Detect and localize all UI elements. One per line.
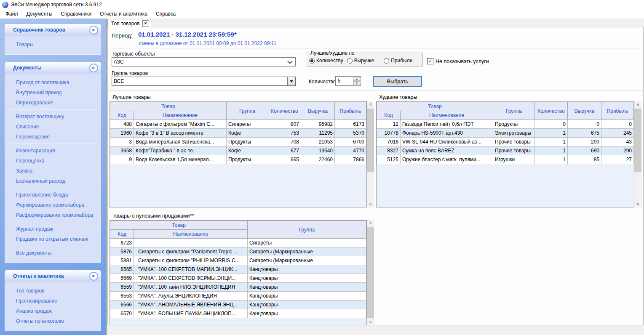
trade-objects-combobox[interactable]: АЗС <box>112 57 296 66</box>
scroll-down-icon[interactable]: ∨ <box>634 201 641 207</box>
dropdown-button[interactable] <box>287 77 295 85</box>
sidebar-item-reports-0-0[interactable]: Топ товаров <box>5 286 101 296</box>
table-row[interactable]: 6559"УМКА". 100 тайн НЛО.ЭНЦИКЛОПЕДИЯКан… <box>110 283 366 292</box>
vertical-scrollbar[interactable]: ∧∨ <box>634 101 641 207</box>
table-row[interactable]: 8327Сумка на пояс BAREZПрочие товары1690… <box>377 146 634 155</box>
sidebar-item-documents-0-1[interactable]: Внутренний приход <box>5 88 101 98</box>
collapse-chevron-icon[interactable]: « <box>89 26 98 35</box>
col-header-qty[interactable]: Количество <box>535 102 568 120</box>
sidebar-panel-header-documents[interactable]: Документы« <box>5 62 101 74</box>
col-header-name[interactable]: Наименование <box>134 111 227 120</box>
col-header-code[interactable]: Код <box>377 111 401 120</box>
scroll-up-icon[interactable]: ∧ <box>634 101 641 108</box>
cell-name: Кофе "3 в 1" В ассортименте <box>134 129 227 138</box>
radio-option-1[interactable]: Выручке <box>347 58 374 64</box>
table-row[interactable]: 10778Фонарь HS-5900T арт.430Электротовар… <box>377 129 634 138</box>
table-row[interactable]: 5876Сигареты с фильтром "Parliament Trop… <box>110 247 366 256</box>
sidebar-item-documents-1-2[interactable]: Перемещение <box>5 132 101 142</box>
col-header-profit[interactable]: Прибыль <box>335 102 366 120</box>
table-row[interactable]: 3Вода минеральная Затишенска...Продукты7… <box>110 138 366 146</box>
sidebar-item-reports-0-2[interactable]: Анализ продаж <box>5 306 101 316</box>
tab-top-products[interactable]: Топ товаров × <box>107 19 151 27</box>
col-header-name[interactable]: Наименование <box>401 111 493 120</box>
sidebar-item-reports-0-3[interactable]: Отчеты по алкоголю <box>5 316 101 326</box>
table-row[interactable]: 6553"УМКА". Акулы.ЭНЦИКЛОПЕДИЯКанцтовары <box>110 292 366 300</box>
sidebar-item-documents-2-3[interactable]: Безналичный расход <box>5 176 101 186</box>
sidebar-item-documents-4-1[interactable]: Продажи по открытым сменам <box>5 234 101 244</box>
col-header-code[interactable]: Код <box>110 111 134 120</box>
scrollbar-thumb[interactable] <box>367 227 374 318</box>
scroll-down-icon[interactable]: ∨ <box>367 201 374 207</box>
quantity-stepper[interactable]: 5 ▲ ▼ <box>335 76 361 86</box>
sidebar-panel-header-reports[interactable]: Отчеты и аналитика« <box>5 270 101 282</box>
table-row[interactable]: 5125Оружие бластер с мягк. пулями...Игру… <box>377 155 634 164</box>
col-header-revenue[interactable]: Выручка <box>568 102 601 120</box>
table-row[interactable]: 3658Кофе"Торабика " в ас-те.Кофе67713540… <box>110 146 366 155</box>
table-row[interactable]: 12Газ.вода Пепси лайт 0,6л ПЭТПродукты00… <box>377 120 634 129</box>
vertical-scrollbar[interactable]: ∧∨ <box>367 101 374 207</box>
table-row[interactable]: 1960Кофе "3 в 1" В ассортиментеКофе75311… <box>110 129 366 138</box>
col-header-profit[interactable]: Прибыль <box>601 102 634 120</box>
sidebar-item-documents-3-1[interactable]: Формирование промонабора <box>5 200 101 210</box>
col-header-product[interactable]: Товар <box>377 102 493 111</box>
menu-item-4[interactable]: Справка <box>152 10 180 18</box>
sidebar-item-documents-5-0[interactable]: Все документы <box>5 248 101 258</box>
sidebar-item-reports-0-1[interactable]: Прогнозирование <box>5 296 101 306</box>
scrollbar-thumb[interactable] <box>367 109 374 172</box>
menu-item-0[interactable]: Файл <box>1 10 22 18</box>
sidebar-item-documents-1-1[interactable]: Списание <box>5 122 101 132</box>
vertical-scrollbar[interactable]: ∧∨ <box>367 220 374 325</box>
menu-item-1[interactable]: Документы <box>22 10 57 18</box>
col-header-group[interactable]: Группа <box>493 102 535 120</box>
scrollbar-thumb[interactable] <box>634 109 641 172</box>
table-row[interactable]: 5881Сигареты с фильтром "PHILIP MORRIS C… <box>110 256 366 265</box>
table-row[interactable]: 6566"УМКА". АНОМАЛЬНЫЕ ЯВЛЕНИЯ.ЭНЦ...Кан… <box>110 300 366 309</box>
table-row[interactable]: 488Сигареты с фильтром "Maxim C...Сигаре… <box>110 120 366 129</box>
col-header-group[interactable]: Группа <box>227 102 268 120</box>
menu-item-3[interactable]: Отчеты и аналитика <box>96 10 152 18</box>
sidebar-panel-header-products-ref[interactable]: Справочник товаров« <box>5 24 101 36</box>
spinner-up-icon[interactable]: ▲ <box>353 77 360 81</box>
close-icon[interactable]: × <box>142 20 149 27</box>
sidebar-item-documents-2-2[interactable]: Заявка <box>5 166 101 176</box>
spinner-down-icon[interactable]: ▼ <box>353 81 360 85</box>
col-header-product[interactable]: Товар <box>110 102 227 111</box>
col-header-group[interactable]: Группа <box>248 221 366 239</box>
col-header-product[interactable]: Товар <box>110 221 248 230</box>
scroll-up-icon[interactable]: ∧ <box>367 220 374 226</box>
sidebar-item-products-ref-0-0[interactable]: Товары <box>5 40 101 50</box>
radio-option-2[interactable]: Прибыли <box>384 58 412 64</box>
radio-button-icon[interactable] <box>309 58 315 64</box>
sidebar-item-documents-1-0[interactable]: Возврат поставщику <box>5 112 101 122</box>
table-row[interactable]: 6569"УМКА". 100 СЕКРЕТОВ ФЕРМЫ.ЭНЦИ...Ка… <box>110 274 366 283</box>
col-header-qty[interactable]: Количество <box>268 102 301 120</box>
table-row[interactable]: 9Вода Козельская 1,5л минерал...Продукты… <box>110 155 366 164</box>
table-row[interactable]: 7016VW-SL-044 RU Силиконовый аэ...Прочие… <box>377 138 634 146</box>
sidebar-item-documents-3-2[interactable]: Расформирование промонабора <box>5 210 101 220</box>
sidebar-item-documents-4-0[interactable]: Журнал продаж <box>5 224 101 234</box>
table-row[interactable]: 6570"УМКА". БОЛЬШИЕ ПАУКИ.ЭНЦИКЛОП...Кан… <box>110 309 366 318</box>
collapse-chevron-icon[interactable]: « <box>89 64 98 72</box>
select-button[interactable]: Выбрать <box>373 76 422 87</box>
col-header-name[interactable]: Наименование <box>134 230 248 239</box>
cell-name: Сигареты с фильтром "Parliament Tropic .… <box>134 247 248 256</box>
checkbox-check-icon[interactable]: ✓ <box>427 58 433 64</box>
sidebar-item-documents-2-0[interactable]: Инвентаризация <box>5 146 101 156</box>
scroll-down-icon[interactable]: ∨ <box>367 319 374 325</box>
col-header-code[interactable]: Код <box>110 230 134 239</box>
sidebar-item-documents-0-0[interactable]: Приход от поставщика <box>5 77 101 88</box>
sidebar-item-documents-0-2[interactable]: Оприходование <box>5 98 101 108</box>
sidebar-item-documents-3-0[interactable]: Приготовление блюда <box>5 190 101 200</box>
radio-option-0[interactable]: Количеству <box>309 58 343 64</box>
table-row[interactable]: 6723Сигареты <box>110 239 366 247</box>
sidebar-item-documents-2-1[interactable]: Переоценка <box>5 156 101 166</box>
hide-services-checkbox[interactable]: ✓ Не показывать услуги <box>427 58 489 64</box>
scroll-up-icon[interactable]: ∧ <box>367 101 374 108</box>
product-group-combobox[interactable]: ВСЕ <box>112 77 296 86</box>
table-row[interactable]: 6565"УМКА". 100 СЕКРЕТОВ МАГИИ.ЭНЦИК...К… <box>110 265 366 274</box>
menu-item-2[interactable]: Справочники <box>56 10 96 18</box>
col-header-revenue[interactable]: Выручка <box>301 102 335 120</box>
radio-button-icon[interactable] <box>384 58 389 64</box>
radio-button-icon[interactable] <box>347 58 353 64</box>
collapse-chevron-icon[interactable]: « <box>89 272 98 281</box>
